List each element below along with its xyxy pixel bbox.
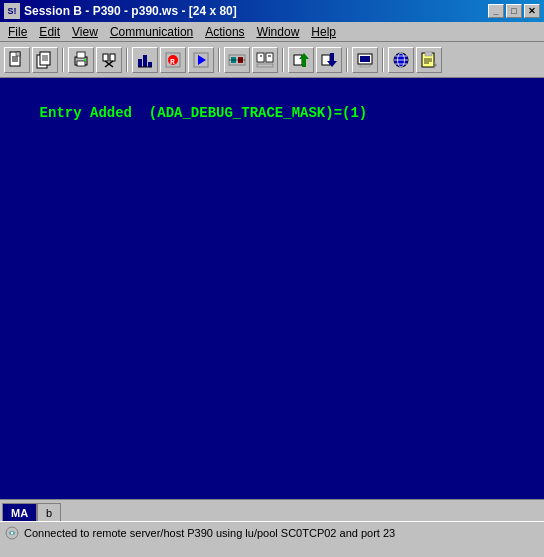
svg-rect-33 xyxy=(257,64,273,67)
transfer-up-icon xyxy=(291,50,311,70)
cut-icon xyxy=(99,50,119,70)
toolbar-btn-8[interactable] xyxy=(224,47,250,73)
svg-rect-15 xyxy=(110,54,115,61)
play-icon xyxy=(191,50,211,70)
toolbar-btn-11[interactable] xyxy=(316,47,342,73)
cut-button[interactable] xyxy=(96,47,122,73)
terminal-output: Entry Added (ADA_DEBUG_TRACE_MASK)=(1) xyxy=(6,84,538,143)
svg-rect-42 xyxy=(360,56,370,62)
print-button[interactable] xyxy=(68,47,94,73)
svg-rect-49 xyxy=(425,52,432,56)
svg-rect-1 xyxy=(16,52,20,56)
svg-rect-32 xyxy=(266,53,273,62)
globe-icon xyxy=(391,50,411,70)
svg-rect-6 xyxy=(40,52,50,65)
menu-actions[interactable]: Actions xyxy=(199,22,250,41)
svg-rect-11 xyxy=(77,52,85,58)
toolbar-btn-7[interactable] xyxy=(188,47,214,73)
copy-icon xyxy=(35,50,55,70)
svg-rect-36 xyxy=(294,55,302,65)
toolbar-btn-12[interactable] xyxy=(352,47,378,73)
menu-help[interactable]: Help xyxy=(305,22,342,41)
record-icon: R xyxy=(163,50,183,70)
toolbar-btn-13[interactable] xyxy=(388,47,414,73)
toolbar-btn-10[interactable] xyxy=(288,47,314,73)
print-screen-icon xyxy=(355,50,375,70)
menu-bar: File Edit View Communication Actions Win… xyxy=(0,22,544,42)
svg-rect-14 xyxy=(103,54,108,61)
script-icon xyxy=(419,50,439,70)
svg-rect-20 xyxy=(148,62,152,67)
toolbar-sep-5 xyxy=(346,48,348,72)
svg-rect-12 xyxy=(77,61,85,66)
toolbar-btn-5[interactable] xyxy=(132,47,158,73)
toolbar-sep-4 xyxy=(282,48,284,72)
tab-b[interactable]: b xyxy=(37,503,61,521)
chart-bar-icon xyxy=(135,50,155,70)
svg-rect-31 xyxy=(257,53,264,62)
close-button[interactable]: ✕ xyxy=(524,4,540,18)
window-controls: _ □ ✕ xyxy=(488,4,540,18)
menu-edit[interactable]: Edit xyxy=(33,22,66,41)
new-session-button[interactable] xyxy=(4,47,30,73)
menu-window[interactable]: Window xyxy=(251,22,306,41)
toolbar-btn-6[interactable]: R xyxy=(160,47,186,73)
status-text: Connected to remote server/host P390 usi… xyxy=(24,527,395,539)
window-icon: S! xyxy=(4,3,20,19)
menu-view[interactable]: View xyxy=(66,22,104,41)
toolbar-btn-14[interactable] xyxy=(416,47,442,73)
svg-rect-19 xyxy=(143,55,147,67)
toolbar: R xyxy=(0,42,544,78)
window-title: Session B - P390 - p390.ws - [24 x 80] xyxy=(24,4,488,18)
minimize-button[interactable]: _ xyxy=(488,4,504,18)
status-icon xyxy=(4,525,20,541)
svg-point-55 xyxy=(11,531,14,534)
svg-text:R: R xyxy=(170,57,175,66)
settings-icon xyxy=(227,50,247,70)
toolbar-sep-1 xyxy=(62,48,64,72)
svg-rect-38 xyxy=(322,55,330,65)
svg-point-13 xyxy=(84,59,86,61)
toolbar-btn-9[interactable] xyxy=(252,47,278,73)
menu-file[interactable]: File xyxy=(2,22,33,41)
toolbar-sep-6 xyxy=(382,48,384,72)
toolbar-sep-2 xyxy=(126,48,128,72)
tab-ma[interactable]: MA xyxy=(2,503,37,521)
maximize-button[interactable]: □ xyxy=(506,4,522,18)
transfer-down-icon xyxy=(319,50,339,70)
terminal-area[interactable]: Entry Added (ADA_DEBUG_TRACE_MASK)=(1) xyxy=(0,78,544,499)
config-icon xyxy=(255,50,275,70)
status-bar: Connected to remote server/host P390 usi… xyxy=(0,521,544,543)
svg-rect-18 xyxy=(138,59,142,67)
svg-rect-41 xyxy=(360,65,370,67)
toolbar-sep-3 xyxy=(218,48,220,72)
title-bar: S! Session B - P390 - p390.ws - [24 x 80… xyxy=(0,0,544,22)
copy-button[interactable] xyxy=(32,47,58,73)
new-session-icon xyxy=(7,50,27,70)
print-icon xyxy=(71,50,91,70)
tab-bar: MA b xyxy=(0,499,544,521)
menu-communication[interactable]: Communication xyxy=(104,22,199,41)
